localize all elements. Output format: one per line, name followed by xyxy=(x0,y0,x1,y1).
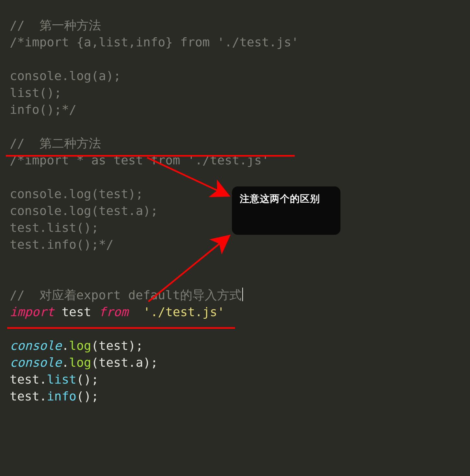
punct-dot: . xyxy=(40,389,47,403)
identifier-test: test xyxy=(99,355,129,370)
punct-open: ( xyxy=(91,355,99,370)
keyword-import: import xyxy=(10,305,54,319)
fn-log: log xyxy=(69,355,91,370)
code-line: info();*/ xyxy=(10,102,76,117)
code-line: // 第一种方法 xyxy=(10,18,101,32)
code-line: test.list(); xyxy=(10,220,99,235)
code-line: console.log(test); xyxy=(10,187,143,201)
punct-dot: . xyxy=(128,355,136,370)
punct-semi: ; xyxy=(151,355,158,370)
code-line: console.log(a); xyxy=(10,69,121,83)
fn-log: log xyxy=(69,339,91,353)
punct-open: ( xyxy=(76,389,84,403)
code-line: /*import {a,list,info} from './test.js' xyxy=(10,35,299,49)
callout-text: 注意这两个的区别 xyxy=(240,193,320,204)
punct-open: ( xyxy=(76,372,84,387)
annotation-callout: 注意这两个的区别 xyxy=(232,186,340,235)
identifier-test: test xyxy=(99,339,129,353)
text-cursor xyxy=(242,288,243,301)
identifier-test: test xyxy=(62,305,91,319)
code-line: test.info();*/ xyxy=(10,237,113,252)
punct-dot: . xyxy=(62,339,69,353)
code-line: // 第二种方法 xyxy=(10,136,101,150)
punct-semi: ; xyxy=(136,339,143,353)
keyword-from: from xyxy=(99,305,129,319)
punct-semi: ; xyxy=(91,389,99,403)
fn-info: info xyxy=(47,389,76,403)
identifier-test: test xyxy=(10,389,40,403)
string-path: './test.js' xyxy=(143,305,225,319)
identifier-test: test xyxy=(10,372,40,387)
punct-close: ) xyxy=(143,355,151,370)
underline-annotation xyxy=(7,327,235,329)
punct-close: ) xyxy=(84,372,91,387)
fn-list: list xyxy=(47,372,76,387)
punct-dot: . xyxy=(62,355,69,370)
object-console: console xyxy=(10,355,62,370)
code-line: list(); xyxy=(10,86,62,100)
punct-close: ) xyxy=(84,389,91,403)
underline-annotation xyxy=(6,155,295,157)
punct-dot: . xyxy=(40,372,47,387)
punct-semi: ; xyxy=(91,372,99,387)
code-line: console.log(test.a); xyxy=(10,204,158,218)
punct-open: ( xyxy=(91,339,99,353)
object-console: console xyxy=(10,339,62,353)
code-line: // 对应着export default的导入方式 xyxy=(10,288,242,302)
punct-close: ) xyxy=(128,339,136,353)
identifier-a: a xyxy=(136,355,143,370)
